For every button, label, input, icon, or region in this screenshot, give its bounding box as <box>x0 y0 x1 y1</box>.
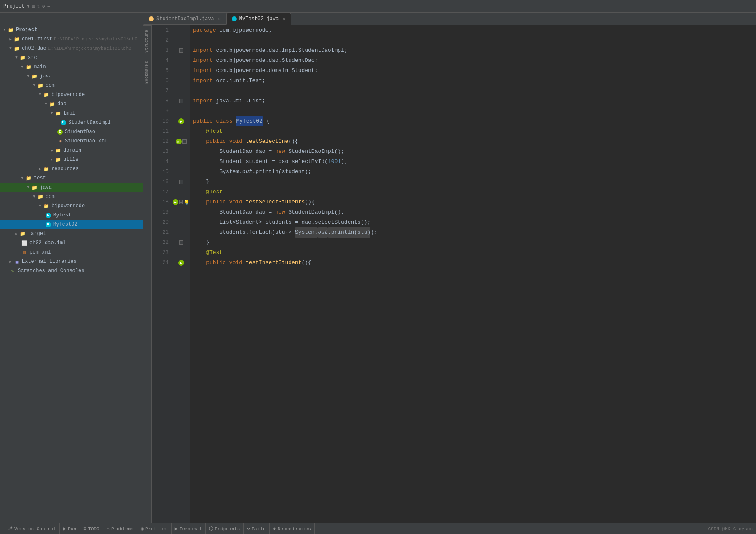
tree-test[interactable]: ▼ 📁 test <box>0 174 143 183</box>
gutter-10[interactable]: ▶ <box>173 116 190 126</box>
tree-ch02[interactable]: ▼ 📁 ch02-dao E:\IDEA\Projects\mybatis01\… <box>0 44 143 53</box>
tree-impl[interactable]: ▼ 📁 Impl <box>0 109 143 118</box>
profiler-icon: ◉ <box>141 526 144 532</box>
icon-mytest02: C <box>45 221 51 228</box>
tree-iml[interactable]: ⬜ ch02-dao.iml <box>0 238 143 248</box>
tree-label-ch02: ch02-dao <box>22 45 46 51</box>
tree-com-main[interactable]: ▼ 📁 com <box>0 81 143 90</box>
line-num-12: 12 <box>152 136 169 147</box>
status-version-control[interactable]: ⎇ Version Control <box>3 523 60 534</box>
fold-icon-12[interactable]: − <box>182 139 187 144</box>
gutter-8: − <box>173 96 190 106</box>
tree-main[interactable]: ▼ 📁 main <box>0 62 143 72</box>
tree-label-studentdao-xml: StudentDao.xml <box>65 138 107 144</box>
tree-target[interactable]: ▶ 📁 target <box>0 229 143 238</box>
status-build[interactable]: ⚒ Build <box>244 523 269 534</box>
build-icon: ⚒ <box>247 526 250 532</box>
code-line-24: public void testInsertStudent(){ <box>193 258 753 268</box>
tree-studentdao-xml[interactable]: ≋ StudentDao.xml <box>0 136 143 146</box>
tree-dao[interactable]: ▼ 📁 dao <box>0 99 143 109</box>
gutter-2 <box>173 35 190 45</box>
tree-mytest[interactable]: C MyTest <box>0 211 143 220</box>
tab-icon-studentdaoimpl <box>149 16 154 21</box>
gutter-12[interactable]: ▶ − <box>173 136 190 147</box>
tree-studentdao[interactable]: I StudentDao <box>0 127 143 136</box>
fold-icon-16[interactable]: − <box>179 180 183 184</box>
status-todo[interactable]: ≡ TODO <box>80 523 103 534</box>
bookmarks-tab[interactable]: Bookmarks <box>143 57 151 88</box>
tab-studentdaoimpl[interactable]: StudentDaoImpl.java ✕ <box>143 13 226 25</box>
tree-resources[interactable]: ▶ 📁 resources <box>0 164 143 174</box>
run-icon-24[interactable]: ▶ <box>178 260 184 266</box>
gutter-9 <box>173 106 190 116</box>
editor-area: 1 2 3 4 5 6 7 8 9 10 11 12 13 14 15 16 1… <box>152 25 756 523</box>
status-todo-label: TODO <box>88 526 99 531</box>
code-line-15: System.out.println(student); <box>193 167 753 177</box>
tree-pom[interactable]: m pom.xml <box>0 248 143 257</box>
code-line-12: public void testSelectOne(){ <box>193 136 753 147</box>
status-endpoints[interactable]: ⬡ Endpoints <box>206 523 244 534</box>
tree-scratches[interactable]: ✎ Scratches and Consoles <box>0 266 143 275</box>
code-line-8: import java.util.List; <box>193 96 753 106</box>
code-line-18: public void testSelectStudents(){ <box>193 197 753 207</box>
status-run[interactable]: ▶ Run <box>60 523 80 534</box>
endpoints-icon: ⬡ <box>209 526 213 532</box>
arrow-dao: ▼ <box>43 102 49 106</box>
tree-java-test[interactable]: ▼ 📁 java <box>0 183 143 192</box>
fold-icon-22[interactable]: − <box>179 240 183 245</box>
gutter-15 <box>173 167 190 177</box>
code-line-3: import com.bjpowernode.dao.Impl.StudentD… <box>193 45 753 56</box>
code-line-21: students.forEach(stu-> System.out.printl… <box>193 227 753 238</box>
tree-utils[interactable]: ▶ 📁 utils <box>0 155 143 164</box>
run-icon-18[interactable]: ▶ <box>173 199 178 205</box>
run-icon-10[interactable]: ▶ <box>178 118 184 124</box>
status-attribution: CSDN @KK-Greyson <box>708 526 753 531</box>
fold-icon-3[interactable]: − <box>179 48 183 53</box>
tree-ch01[interactable]: ▶ 📁 ch01-first E:\IDEA\Projects\mybatis0… <box>0 35 143 44</box>
gutter-22[interactable]: − <box>173 238 190 248</box>
fold-icon-8[interactable]: − <box>179 99 183 103</box>
folder-icon-com-main: 📁 <box>37 82 44 89</box>
arrow-ch02: ▼ <box>8 46 13 51</box>
tree-com-test[interactable]: ▼ 📁 com <box>0 192 143 201</box>
icon-extlibs: ▣ <box>13 258 20 265</box>
code-line-10: public class MyTest02 { <box>193 116 753 126</box>
icon-pom: m <box>21 249 28 256</box>
tab-close-mytest02[interactable]: ✕ <box>283 16 285 21</box>
line-num-8: 8 <box>152 96 169 106</box>
run-icon-12[interactable]: ▶ <box>176 139 182 144</box>
project-tree[interactable]: ▼ 📁 Project ▶ 📁 ch01-first E:\IDEA\Proje… <box>0 25 143 523</box>
arrow-bjpowernode: ▼ <box>37 93 43 97</box>
tree-label-com-main: com <box>46 83 55 88</box>
tree-mytest02[interactable]: C MyTest02 <box>0 220 143 229</box>
status-problems[interactable]: ⚠ Problems <box>103 523 137 534</box>
line-num-14: 14 <box>152 157 169 167</box>
folder-icon-bjpowernode-test: 📁 <box>43 203 50 209</box>
code-line-14: Student student = dao.selectById(1001); <box>193 157 753 167</box>
tree-src[interactable]: ▼ 📁 src <box>0 53 143 62</box>
code-editor[interactable]: package com.bjpowernode; import com.bjpo… <box>190 25 756 523</box>
code-line-7 <box>193 86 753 96</box>
gutter-16[interactable]: − <box>173 177 190 187</box>
line-numbers: 1 2 3 4 5 6 7 8 9 10 11 12 13 14 15 16 1… <box>152 25 173 523</box>
tree-studentdaoimpl[interactable]: C StudentDaoImpl <box>0 118 143 127</box>
status-profiler[interactable]: ◉ Profiler <box>137 523 172 534</box>
tree-bjpowernode[interactable]: ▼ 📁 bjpowernode <box>0 90 143 99</box>
fold-icon-18[interactable]: − <box>179 200 183 204</box>
tree-java-main[interactable]: ▼ 📁 java <box>0 72 143 81</box>
gutter-24[interactable]: ▶ <box>173 258 190 268</box>
tree-domain[interactable]: ▶ 📁 domain <box>0 146 143 155</box>
status-dependencies[interactable]: ❖ Dependencies <box>270 523 315 534</box>
gutter-18[interactable]: ▶ − 💡 <box>173 197 190 207</box>
tab-close-studentdaoimpl[interactable]: ✕ <box>218 16 221 21</box>
arrow-domain: ▶ <box>49 148 55 153</box>
tree-bjpowernode-test[interactable]: ▼ 📁 bjpowernode <box>0 201 143 211</box>
tree-extlibs[interactable]: ▶ ▣ External Libraries <box>0 257 143 266</box>
bulb-icon-18[interactable]: 💡 <box>184 200 190 205</box>
structure-tab[interactable]: Structure <box>143 25 151 57</box>
folder-icon-domain: 📁 <box>55 147 62 154</box>
tree-project[interactable]: ▼ 📁 Project <box>0 25 143 35</box>
status-terminal[interactable]: ▶ Terminal <box>172 523 206 534</box>
tab-mytest02[interactable]: MyTest02.java ✕ <box>226 13 291 25</box>
folder-icon-ch02: 📁 <box>13 45 20 52</box>
